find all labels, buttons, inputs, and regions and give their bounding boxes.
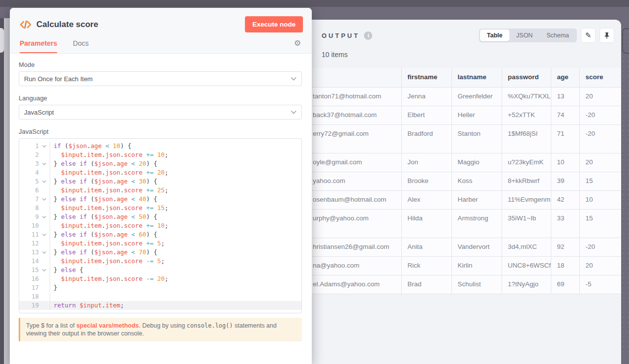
fold-chevron-icon[interactable] bbox=[39, 195, 50, 204]
canvas-side-tab bbox=[0, 28, 4, 53]
tab-parameters[interactable]: Parameters bbox=[20, 39, 57, 53]
pin-data-button[interactable] bbox=[599, 28, 614, 43]
table-row: osenbaum@hotmail.comAlexHarber11%Evmgenm… bbox=[312, 190, 621, 209]
cell-firstname: Brooke bbox=[401, 172, 451, 190]
cell-email: el.Adams@yahoo.com bbox=[312, 275, 401, 294]
cell-password: u?23kyEmK bbox=[502, 153, 551, 172]
line-number: 2 bbox=[19, 151, 39, 159]
code-text: $input.item.json.score += 10; bbox=[50, 151, 301, 159]
mode-select[interactable]: Run Once for Each Item bbox=[19, 71, 302, 86]
column-header: lastname bbox=[451, 68, 502, 87]
mode-value: Run Once for Each Item bbox=[24, 75, 291, 83]
cell-lastname: Schulist bbox=[451, 275, 502, 294]
code-line: 11} else if ($json.age < 60) { bbox=[19, 230, 301, 239]
fold-gutter bbox=[39, 151, 50, 159]
chevron-down-icon bbox=[291, 110, 297, 114]
cell-firstname: Jenna bbox=[401, 87, 451, 106]
dialog-content: Mode Run Once for Each Item Language Jav… bbox=[10, 54, 312, 341]
code-line: 5} else if ($json.age < 30) { bbox=[19, 177, 301, 186]
dialog-tabs: Parameters Docs ⚙ bbox=[20, 39, 303, 53]
fold-chevron-icon[interactable] bbox=[39, 230, 50, 239]
fold-chevron-icon[interactable] bbox=[39, 212, 50, 221]
view-tab-json[interactable]: JSON bbox=[509, 30, 539, 41]
canvas-left-sliver bbox=[4, 18, 10, 364]
cell-score: 20 bbox=[579, 87, 621, 106]
cell-age: 33 bbox=[551, 209, 579, 238]
cell-firstname: Jon bbox=[401, 153, 451, 172]
table-row: el.Adams@yahoo.comBradSchulist1?tNyAgjo6… bbox=[312, 275, 621, 294]
view-tab-schema[interactable]: Schema bbox=[539, 30, 576, 41]
code-text: $input.item.json.score += 5; bbox=[50, 239, 301, 248]
code-line: 14 $input.item.json.score -= 5; bbox=[19, 257, 301, 266]
cell-firstname: Alex bbox=[401, 190, 451, 209]
cell-age: 18 bbox=[551, 256, 579, 275]
dialog-header: Calculate score Execute node Parameters … bbox=[10, 8, 312, 54]
cell-score: 20 bbox=[579, 153, 621, 172]
line-number: 14 bbox=[19, 257, 39, 266]
tab-docs[interactable]: Docs bbox=[73, 39, 89, 53]
hint-text: Type $ for a list of bbox=[26, 322, 76, 329]
cell-firstname: Brad bbox=[401, 275, 451, 294]
cell-email: oyle@gmail.com bbox=[312, 153, 401, 172]
cell-firstname: Hilda bbox=[401, 209, 451, 238]
code-editor[interactable]: 1if ($json.age < 10) {2 $input.item.json… bbox=[19, 138, 302, 313]
cell-email: yahoo.com bbox=[312, 172, 401, 190]
table-row: urphy@yahoo.comHildaArmstrong35iW1~Ib331… bbox=[312, 209, 621, 238]
cell-password: 35iW1~Ib bbox=[502, 209, 551, 238]
code-text: $input.item.json.score += 20; bbox=[50, 168, 301, 177]
code-line: 8 $input.item.json.score += 15; bbox=[19, 204, 301, 212]
info-icon[interactable]: i bbox=[364, 31, 372, 40]
code-line: 18 bbox=[19, 292, 301, 301]
code-text: $input.item.json.score += 25; bbox=[50, 186, 301, 195]
table-row: tanton71@hotmail.comJennaGreenfelder%XQk… bbox=[312, 87, 621, 106]
code-text: $input.item.json.score += 10; bbox=[50, 221, 301, 230]
cell-score: 20 bbox=[579, 256, 621, 275]
output-view-switcher: TableJSONSchema bbox=[479, 29, 577, 42]
code-text: } else if ($json.age < 50) { bbox=[50, 212, 301, 221]
line-number: 7 bbox=[19, 195, 39, 204]
line-number: 18 bbox=[19, 292, 39, 301]
table-row: na@yahoo.comRickKirlinUNC8+6WSCf1820 bbox=[312, 256, 621, 275]
items-count: 10 items bbox=[322, 51, 621, 59]
fold-gutter bbox=[39, 274, 50, 283]
fold-gutter bbox=[39, 186, 50, 195]
edit-output-button[interactable]: ✎ bbox=[581, 28, 596, 43]
code-line: 13} else if ($json.age < 70) { bbox=[19, 248, 301, 257]
fold-chevron-icon[interactable] bbox=[39, 159, 50, 168]
code-line: 19return $input.item; bbox=[19, 301, 301, 310]
cell-lastname: Armstrong bbox=[451, 209, 502, 238]
code-line: 2 $input.item.json.score += 10; bbox=[19, 151, 301, 159]
code-text: $input.item.json.score -= 20; bbox=[50, 274, 301, 283]
fold-chevron-icon[interactable] bbox=[39, 266, 50, 274]
fold-gutter bbox=[39, 301, 50, 310]
column-header: firstname bbox=[401, 68, 451, 87]
fold-chevron-icon[interactable] bbox=[39, 142, 50, 151]
line-number: 19 bbox=[19, 301, 39, 310]
hint-text: . Debug by using bbox=[139, 322, 186, 329]
special-vars-link[interactable]: special vars/methods bbox=[76, 322, 139, 329]
view-tab-table[interactable]: Table bbox=[480, 30, 509, 41]
line-number: 15 bbox=[19, 266, 39, 274]
line-number: 10 bbox=[19, 221, 39, 230]
code-line: 16 $input.item.json.score -= 20; bbox=[19, 274, 301, 283]
code-text: } else if ($json.age < 70) { bbox=[50, 248, 301, 257]
code-line: 7} else if ($json.age < 40) { bbox=[19, 195, 301, 204]
cell-email: tanton71@hotmail.com bbox=[312, 87, 401, 106]
output-table: firstnamelastnamepasswordagescore tanton… bbox=[312, 68, 621, 294]
execute-node-button[interactable]: Execute node bbox=[245, 16, 303, 32]
line-number: 6 bbox=[19, 186, 39, 195]
code-line: 15} else { bbox=[19, 266, 301, 274]
cell-firstname: Anita bbox=[401, 238, 451, 256]
gear-icon[interactable]: ⚙ bbox=[294, 38, 301, 48]
cell-age: 10 bbox=[551, 153, 579, 172]
cell-password: 8+kkRbwrf bbox=[502, 172, 551, 190]
fold-chevron-icon[interactable] bbox=[39, 177, 50, 186]
line-number: 17 bbox=[19, 283, 39, 292]
code-line: 4 $input.item.json.score += 20; bbox=[19, 168, 301, 177]
cell-password: 3d4,mlXC bbox=[502, 238, 551, 256]
cell-score: 15 bbox=[579, 172, 621, 190]
cell-score: 15 bbox=[579, 209, 621, 238]
language-select[interactable]: JavaScript bbox=[19, 105, 302, 120]
output-header: OUTPUT i TableJSONSchema ✎ bbox=[312, 20, 621, 43]
fold-chevron-icon[interactable] bbox=[39, 248, 50, 257]
